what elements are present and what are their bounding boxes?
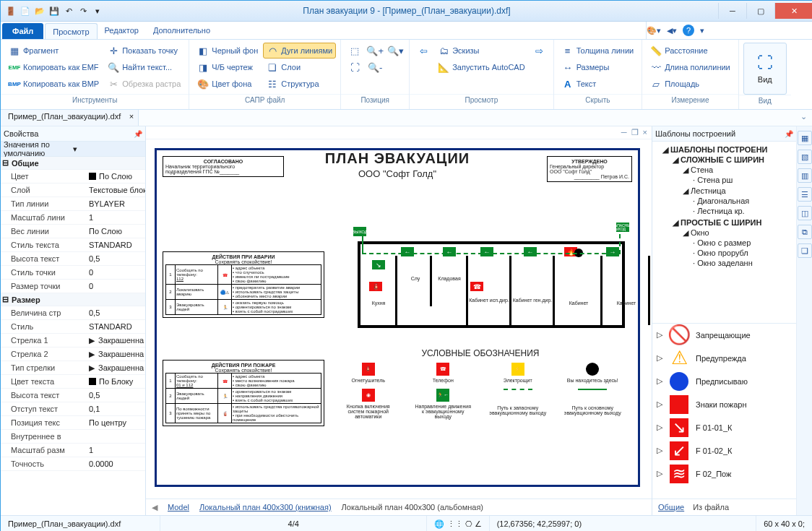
globe-icon[interactable]: 🌐: [434, 519, 444, 529]
btn-bg-color[interactable]: 🎨Цвет фона: [194, 76, 262, 92]
tab-layout-1[interactable]: Локальный план 400x300 (книжная): [199, 503, 332, 511]
redo-icon[interactable]: ↷: [77, 5, 89, 17]
property-row[interactable]: Размер точки0: [1, 280, 145, 293]
btn-autocad[interactable]: 📐Запустить AutoCAD: [434, 59, 528, 75]
mdi-close-icon[interactable]: ×: [643, 128, 647, 137]
property-row[interactable]: Стрелка 1▶ Закрашенна: [1, 334, 145, 347]
minimize-button[interactable]: ─: [718, 3, 746, 19]
property-row[interactable]: Масштаб лини1: [1, 211, 145, 225]
drawing-canvas[interactable]: ПЛАН ЭВАКУАЦИИ ООО "Софт Голд" СОГЛАСОВА…: [146, 139, 652, 498]
symbol-item[interactable]: ▷ ⚠Предупрежда: [652, 347, 796, 370]
tab-model[interactable]: Model: [168, 503, 189, 511]
undo-icon[interactable]: ↶: [63, 5, 74, 17]
rtab-file[interactable]: Из файла: [693, 503, 729, 511]
prop-cat-common[interactable]: ⊟ Общие: [1, 157, 145, 170]
symbol-list[interactable]: ▷ 🚫Запрещающие▷ ⚠Предупрежда▷ Предписыва…: [652, 324, 796, 499]
btn-layers[interactable]: ❏Слои: [263, 59, 336, 75]
property-row[interactable]: Отступ текст0,1: [1, 402, 145, 416]
save-icon[interactable]: 💾: [48, 5, 60, 17]
property-row[interactable]: Тип линииBYLAYER: [1, 197, 145, 211]
property-row[interactable]: ЦветПо Слою: [1, 170, 145, 184]
maximize-button[interactable]: ▢: [746, 3, 774, 19]
exit-app-icon[interactable]: 🚪: [5, 5, 17, 17]
close-tab-icon[interactable]: ×: [129, 112, 134, 121]
property-row[interactable]: СтильSTANDARD: [1, 320, 145, 334]
btn-black-bg[interactable]: ◧Черный фон: [194, 43, 262, 59]
line-icon[interactable]: ∠: [475, 519, 482, 529]
property-row[interactable]: СлойТекстовые блок: [1, 184, 145, 197]
symbol-item[interactable]: ▷ Знаки пожарн: [652, 393, 796, 416]
btn-nav-prev[interactable]: ⇦: [414, 43, 433, 59]
property-row[interactable]: Позиция тексПо центру: [1, 416, 145, 430]
prop-cat-size[interactable]: ⊟ Размер: [1, 293, 145, 306]
property-row[interactable]: Стиль текстаSTANDARD: [1, 238, 145, 252]
pin-icon[interactable]: 📌: [134, 130, 142, 138]
btn-sketches[interactable]: 🗂Эскизы: [434, 43, 528, 59]
theme-icon[interactable]: 🎨▾: [647, 26, 661, 35]
btn-copy-bmp[interactable]: BMPКопировать как BMP: [5, 76, 103, 92]
btn-polylen[interactable]: 〰Длина полилинии: [647, 59, 734, 75]
btn-copy-emf[interactable]: EMFКопировать как EMF: [5, 59, 103, 75]
property-row[interactable]: Точность0.0000: [1, 457, 145, 471]
tab-layout-2[interactable]: Локальный план 400x300 (альбомная): [342, 503, 483, 511]
btn-show-point[interactable]: ✛Показать точку: [104, 43, 184, 59]
property-row[interactable]: Вес линииПо Слою: [1, 225, 145, 238]
qat-dropdown-icon[interactable]: ▾: [92, 5, 103, 17]
snap-icon[interactable]: ⎔: [465, 519, 472, 529]
side-btn-1[interactable]: ▦: [798, 131, 812, 145]
btn-zoom-dd[interactable]: 🔍▾: [386, 43, 405, 59]
doc-tab-1[interactable]: Пример_(План_эвакуации).dxf×: [1, 110, 139, 126]
symbol-item[interactable]: ▷ 🚫Запрещающие: [652, 324, 796, 347]
btn-lineweight[interactable]: ≡Толщина линии: [558, 43, 638, 59]
nav-dropdown-icon[interactable]: ◀▾: [667, 26, 677, 35]
templates-tree[interactable]: ◢ ШАБЛОНЫ ПОСТРОЕНИ ◢ СЛОЖНЫЕ С ШИРИН ◢ …: [652, 142, 796, 324]
property-row[interactable]: Внутреннее в: [1, 430, 145, 444]
rtab-common[interactable]: Общие: [658, 503, 684, 511]
btn-area[interactable]: ▱Площадь: [647, 76, 734, 92]
mdi-min-icon[interactable]: ─: [621, 128, 627, 137]
tab-view[interactable]: Просмотр: [45, 23, 97, 39]
btn-distance[interactable]: 📏Расстояние: [647, 43, 734, 59]
property-row[interactable]: Стиль точки0: [1, 266, 145, 280]
close-button[interactable]: ✕: [774, 3, 812, 19]
btn-zoom-in[interactable]: 🔍+: [366, 43, 384, 59]
btn-dims[interactable]: ↔Размеры: [558, 59, 638, 75]
side-btn-3[interactable]: ▥: [798, 168, 812, 183]
symbol-item[interactable]: ▷ ↙F 01-02_К: [652, 439, 796, 462]
property-row[interactable]: Величина стр0,5: [1, 306, 145, 320]
btn-fragment[interactable]: ▦Фрагмент: [5, 43, 103, 59]
side-btn-5[interactable]: ◫: [798, 206, 812, 220]
property-row[interactable]: Цвет текстаПо Блоку: [1, 375, 145, 389]
property-row[interactable]: Высота текст0,5: [1, 252, 145, 266]
help-icon[interactable]: ?: [683, 25, 694, 36]
btn-find-text[interactable]: 🔍Найти текст...: [104, 59, 184, 75]
side-btn-2[interactable]: ▧: [798, 150, 812, 164]
btn-view-big[interactable]: ⛶ Вид: [743, 43, 787, 95]
new-icon[interactable]: 📄: [20, 5, 31, 17]
btn-zoom-out[interactable]: 🔍-: [366, 59, 384, 75]
side-btn-4[interactable]: ☰: [798, 187, 812, 202]
btn-pan-sel[interactable]: ⬚: [345, 43, 364, 59]
properties-selector[interactable]: Значения по умолчанию▾: [1, 142, 145, 157]
btn-texts[interactable]: AТекст: [558, 76, 638, 92]
property-row[interactable]: Стрелка 2▶ Закрашенна: [1, 347, 145, 361]
btn-zoom-win[interactable]: ⛶: [345, 59, 364, 75]
tabs-prev-icon[interactable]: ◀: [152, 503, 157, 512]
tabstrip-dd-icon[interactable]: ⌄: [795, 110, 812, 126]
btn-bw[interactable]: ◨Ч/Б чертеж: [194, 59, 262, 75]
side-btn-7[interactable]: ❏: [798, 243, 812, 258]
tab-extra[interactable]: Дополнительно: [146, 22, 217, 39]
btn-crop-raster[interactable]: ✂Обрезка растра: [104, 76, 184, 92]
symbol-item[interactable]: ▷ ↘F 01-01_К: [652, 416, 796, 439]
property-row[interactable]: Тип стрелки▶ Закрашенна: [1, 361, 145, 375]
btn-nav-next[interactable]: ⇨: [530, 43, 549, 59]
side-btn-6[interactable]: ⧉: [798, 225, 812, 239]
tab-editor[interactable]: Редактор: [98, 22, 146, 39]
tab-file[interactable]: Файл: [2, 23, 43, 39]
btn-arcs-lines[interactable]: ◠Дуги линиями: [263, 43, 336, 59]
property-row[interactable]: Масштаб разм1: [1, 444, 145, 457]
mdi-max-icon[interactable]: ❐: [631, 128, 639, 137]
btn-structure[interactable]: ☷Структура: [263, 76, 336, 92]
grid-icon[interactable]: ⋮⋮: [447, 519, 463, 529]
open-icon[interactable]: 📂: [34, 5, 46, 17]
